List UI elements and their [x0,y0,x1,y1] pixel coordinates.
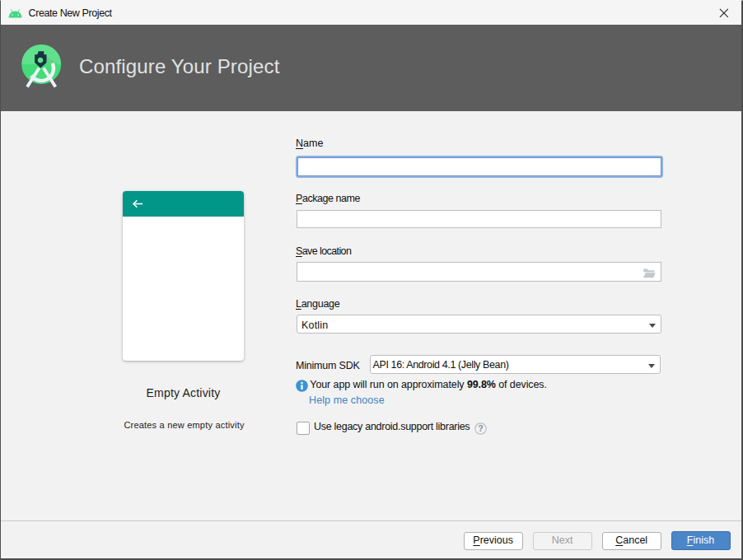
svg-text:?: ? [478,423,483,433]
